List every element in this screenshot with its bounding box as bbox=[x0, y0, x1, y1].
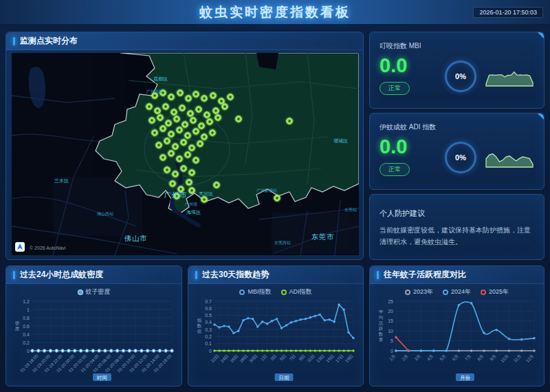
svg-text:8月: 8月 bbox=[476, 353, 485, 362]
legend-marker-icon bbox=[443, 290, 448, 295]
map-city-label: 广州市 bbox=[164, 191, 187, 199]
legend-label: ADI指数 bbox=[289, 287, 312, 296]
legend-item-MBI指数[interactable]: MBI指数 bbox=[239, 287, 271, 296]
map-marker[interactable] bbox=[167, 149, 176, 158]
map-marker[interactable] bbox=[179, 164, 188, 173]
amap-logo-icon[interactable] bbox=[15, 242, 25, 252]
kpi-adi-gauge: 0% bbox=[445, 142, 476, 173]
map-marker[interactable] bbox=[156, 113, 165, 122]
map-city-label: 东莞市 bbox=[311, 233, 334, 241]
svg-text:日期: 日期 bbox=[279, 375, 289, 381]
chart-30d-legend: MBI指数ADI指数 bbox=[188, 287, 363, 297]
svg-text:0.6: 0.6 bbox=[23, 324, 30, 329]
map-marker[interactable] bbox=[163, 166, 172, 175]
legend-item-2024年[interactable]: 2024年 bbox=[443, 287, 471, 296]
map-marker[interactable] bbox=[155, 141, 164, 150]
legend-label: 2023年 bbox=[413, 287, 433, 296]
legend-item-ADI指数[interactable]: ADI指数 bbox=[281, 287, 312, 296]
kpi-mbi-gauge: 0% bbox=[445, 61, 476, 92]
map-marker[interactable] bbox=[208, 129, 217, 138]
map-svg[interactable]: 花都区广州北站三水区佛山西站佛山市广州市天河区广州塔海珠区增城区广州新塘站东莞市… bbox=[12, 53, 359, 255]
svg-text:0.4: 0.4 bbox=[23, 332, 30, 337]
map-marker[interactable] bbox=[167, 93, 176, 102]
map-marker[interactable] bbox=[159, 124, 168, 133]
legend-item-2023年[interactable]: 2023年 bbox=[405, 287, 433, 296]
chart-panel-24h-density: 过去24小时总成蚊密度 蚊子密度 00.20.40.60.811.201-19 … bbox=[6, 265, 182, 386]
svg-text:0: 0 bbox=[209, 349, 212, 353]
map-marker[interactable] bbox=[234, 115, 243, 124]
map-city-label: 广州北站 bbox=[146, 89, 163, 94]
map-marker[interactable] bbox=[175, 155, 184, 164]
map-marker[interactable] bbox=[145, 102, 154, 111]
map-marker[interactable] bbox=[178, 104, 187, 113]
map-marker[interactable] bbox=[151, 129, 160, 138]
svg-text:25: 25 bbox=[388, 299, 393, 304]
map-marker[interactable] bbox=[192, 156, 201, 165]
map-marker[interactable] bbox=[206, 118, 214, 127]
kpi-adi-sparkline bbox=[485, 146, 534, 169]
legend-label: 2025年 bbox=[489, 287, 509, 296]
map-marker[interactable] bbox=[188, 186, 197, 195]
map-marker[interactable] bbox=[214, 113, 223, 122]
chart-yearly-title-text: 往年蚊子活跃程度对比 bbox=[384, 269, 466, 281]
kpi-mbi-sparkline bbox=[485, 65, 534, 88]
chart-yearly-canvas: 05101520251月2月3月4月5月6月7月8月9月10月11月12月平均活… bbox=[374, 297, 540, 382]
legend-item-蚊子密度[interactable]: 蚊子密度 bbox=[78, 287, 111, 296]
legend-marker-icon bbox=[239, 290, 245, 295]
svg-text:2月: 2月 bbox=[401, 353, 410, 362]
map-marker[interactable] bbox=[192, 90, 201, 99]
map-marker[interactable] bbox=[200, 94, 209, 103]
svg-text:0.7: 0.7 bbox=[205, 299, 212, 304]
chart-24h-canvas: 00.20.40.60.811.201-19 18:0001-19 20:000… bbox=[10, 297, 177, 382]
map-marker[interactable] bbox=[192, 127, 201, 136]
legend-item-2025年[interactable]: 2025年 bbox=[481, 287, 509, 296]
svg-text:12月: 12月 bbox=[525, 353, 535, 364]
svg-text:密度: 密度 bbox=[15, 320, 20, 331]
svg-text:0.6: 0.6 bbox=[205, 306, 212, 311]
map-marker[interactable] bbox=[176, 89, 185, 98]
map-marker[interactable] bbox=[189, 116, 198, 125]
svg-text:3月: 3月 bbox=[413, 353, 422, 362]
svg-text:26日: 26日 bbox=[229, 353, 239, 364]
map-marker[interactable] bbox=[175, 126, 184, 135]
map-marker[interactable] bbox=[184, 151, 192, 160]
map-marker[interactable] bbox=[173, 115, 182, 124]
title-accent-bar bbox=[377, 271, 379, 279]
kpi-mbi-label: 叮咬指数 MBI bbox=[380, 41, 421, 51]
svg-text:13日: 13日 bbox=[316, 353, 326, 364]
map-marker[interactable] bbox=[200, 195, 209, 204]
map-marker[interactable] bbox=[196, 140, 205, 149]
advice-text: 当前蚊媒密度较低，建议保持基本防护措施，注意清理积水，避免蚊虫滋生。 bbox=[380, 225, 534, 248]
chart-yearly-legend: 2023年2024年2025年 bbox=[370, 287, 544, 297]
map-marker[interactable] bbox=[162, 102, 170, 111]
svg-text:0.1: 0.1 bbox=[205, 341, 212, 346]
map-marker[interactable] bbox=[184, 94, 193, 103]
map-marker[interactable] bbox=[185, 178, 194, 187]
map-marker[interactable] bbox=[226, 93, 235, 102]
map-marker[interactable] bbox=[212, 181, 221, 190]
map-city-label: 东莞西站 bbox=[274, 240, 291, 246]
map-marker[interactable] bbox=[285, 117, 294, 126]
map-panel: 监测点实时分布 bbox=[6, 32, 364, 260]
map-marker[interactable] bbox=[168, 179, 177, 188]
legend-marker-icon bbox=[481, 290, 486, 295]
map-panel-title-text: 监测点实时分布 bbox=[20, 35, 78, 47]
map-marker[interactable] bbox=[163, 137, 172, 146]
map-city-label: 东莞站 bbox=[344, 207, 357, 213]
svg-text:0.4: 0.4 bbox=[205, 320, 212, 325]
map-marker[interactable] bbox=[171, 170, 180, 179]
map-marker[interactable] bbox=[273, 194, 282, 203]
map-marker[interactable] bbox=[188, 168, 197, 177]
svg-text:15日: 15日 bbox=[324, 353, 335, 364]
svg-text:7月: 7月 bbox=[463, 353, 472, 362]
map-marker[interactable] bbox=[221, 102, 230, 111]
map-canvas[interactable]: 花都区广州北站三水区佛山西站佛山市广州市天河区广州塔海珠区增城区广州新塘站东莞市… bbox=[12, 53, 359, 255]
svg-text:9日: 9日 bbox=[298, 353, 307, 362]
map-marker[interactable] bbox=[148, 116, 157, 125]
advice-title: 个人防护建议 bbox=[380, 208, 534, 219]
map-marker[interactable] bbox=[179, 138, 188, 147]
map-marker[interactable] bbox=[209, 91, 218, 100]
map-marker[interactable] bbox=[159, 153, 168, 162]
map-marker[interactable] bbox=[195, 105, 204, 114]
kpi-mbi-status-badge: 正常 bbox=[380, 82, 410, 95]
